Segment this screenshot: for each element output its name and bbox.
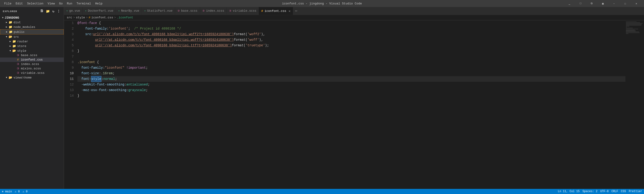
index-scss-label: index.scss: [21, 62, 39, 66]
ln-13: 13: [64, 87, 74, 93]
sidebar-actions: 🖺 📁 ↻ ⋮: [40, 9, 61, 14]
base-scss-spacer: [12, 54, 16, 57]
sidebar-item-dist[interactable]: ► 📁 dist: [0, 20, 64, 25]
sidebar-item-router[interactable]: ► 📁 router: [0, 39, 64, 44]
new-file-icon[interactable]: 🖺: [40, 9, 44, 14]
new-folder-icon[interactable]: 📁: [45, 9, 50, 14]
sidebar-item-public[interactable]: ► 📁 public: [0, 29, 64, 35]
token-src: src: [85, 32, 91, 37]
status-branch[interactable]: ⎈ main: [2, 190, 12, 193]
sidebar-item-views-home[interactable]: ▼ 📂 views\home: [0, 75, 64, 80]
breadcrumb-src[interactable]: src: [67, 16, 72, 19]
collapse-icon[interactable]: ⋮: [56, 9, 61, 14]
menu-edit[interactable]: Edit: [14, 2, 25, 6]
iconfont-css-tab-icon: #: [261, 9, 263, 13]
tab-ge-vue[interactable]: ▪ ge.vue: [64, 7, 82, 15]
editor-content[interactable]: 1 2 3 4 5 6 7 8 9 10 11 12 13 14 @font-f…: [64, 20, 644, 189]
sidebar-item-base-scss[interactable]: ③ base.scss: [0, 53, 64, 58]
sidebar-item-node-modules[interactable]: ► 📁 node_modules: [0, 25, 64, 29]
token-close-brace-6: }: [78, 48, 79, 54]
status-spaces[interactable]: Spaces: 2: [582, 190, 598, 193]
tab-dockerpart-vue[interactable]: ▪ DockerPart.vue: [82, 7, 116, 15]
menu-go[interactable]: Go: [57, 2, 65, 6]
code-editor[interactable]: @font-face { font-family : 'iconfont' ; …: [76, 20, 626, 189]
breadcrumb-style[interactable]: style: [76, 16, 85, 19]
mixins-scss-icon: ③: [16, 67, 20, 70]
staticpart-tab-label: StaticPart.vue: [147, 9, 172, 13]
views-home-folder-icon: 📂: [8, 76, 12, 79]
token-url-woff2: url('//at.alicdn.com/t/c/font_4098168_b3…: [93, 32, 234, 37]
minimize-button[interactable]: ⎯: [564, 0, 575, 7]
status-cursor[interactable]: Ln 11, Col 15: [558, 190, 580, 193]
layout-button[interactable]: ▦: [598, 0, 608, 7]
store-label: store: [17, 45, 26, 48]
tab-viriable-scss[interactable]: ③ viriable.scss: [227, 7, 259, 15]
token-colon-12: :: [124, 82, 126, 87]
close-button[interactable]: ✕: [631, 0, 642, 7]
status-warnings[interactable]: ⚠ 0: [22, 190, 28, 193]
index-scss-spacer: [12, 63, 16, 65]
status-language[interactable]: CSS: [621, 190, 626, 193]
menu-selection[interactable]: Selection: [25, 2, 45, 6]
mini-line-6: [626, 26, 629, 27]
ln-11: 11: [64, 76, 74, 82]
tab-nearby-vue[interactable]: ▪ NearBy.vue: [116, 7, 142, 15]
code-line-2: font-family : 'iconfont' ; /* Project id…: [78, 26, 626, 32]
refresh-icon[interactable]: ↻: [52, 9, 55, 14]
token-font-family-9: font-family: [82, 65, 103, 71]
maximize-win-button[interactable]: ☐: [620, 0, 630, 7]
tabs-overflow-button[interactable]: ⋯: [293, 7, 299, 15]
sidebar-item-viriable-scss[interactable]: ③ viriable.scss: [0, 71, 64, 75]
code-line-7: [78, 54, 626, 59]
tab-base-scss[interactable]: ③ base.scss: [175, 7, 200, 15]
menu-view[interactable]: View: [46, 2, 57, 6]
status-bar: ⎈ main ⚠ 0 ⚠ 0 Ln 11, Col 15 Spaces: 2 U…: [0, 189, 644, 194]
token-url-woff: url('//at.alicdn.com/t/c/font_4098168_b3…: [95, 37, 234, 43]
breadcrumb-file[interactable]: iconfont.css: [92, 16, 113, 19]
tab-iconfont-css[interactable]: # iconfont.css ✕: [259, 7, 293, 15]
sidebar-item-src[interactable]: ▼ 📂 src: [0, 35, 64, 39]
iconfont-css-close-icon[interactable]: ✕: [289, 9, 290, 13]
token-colon-3: :: [91, 32, 93, 37]
menu-help[interactable]: Help: [93, 2, 104, 6]
breadcrumb-sep3: >: [114, 16, 116, 19]
status-right: Ln 11, Col 15 Spaces: 2 UTF-8 CRLF CSS P…: [558, 190, 642, 193]
tree-root-jingdong[interactable]: ▼ JINGDONG: [0, 16, 64, 20]
menu-file[interactable]: File: [2, 2, 13, 6]
ln-6: 6: [64, 48, 74, 54]
sidebar-item-style[interactable]: ▼ 📂 style: [0, 49, 64, 53]
token-format-4: format(: [234, 37, 248, 43]
ln-14: 14: [64, 93, 74, 99]
sidebar-item-iconfont-css[interactable]: # iconfont.css: [0, 58, 64, 62]
sidebar-item-index-scss[interactable]: ③ index.scss: [0, 62, 64, 66]
sidebar-item-store[interactable]: ► 📁 store: [0, 44, 64, 49]
breadcrumb-selector[interactable]: .iconfont: [117, 16, 133, 19]
ln-12: 12: [64, 82, 74, 87]
tab-index-scss[interactable]: ③ index.scss: [200, 7, 227, 15]
root-chevron-icon: ▼: [1, 17, 5, 19]
code-line-6: }: [78, 48, 626, 54]
restore-button[interactable]: ⧉: [586, 0, 597, 7]
menu-terminal[interactable]: Terminal: [75, 2, 93, 6]
maximize-button[interactable]: □: [575, 0, 586, 7]
status-eol[interactable]: CRLF: [612, 190, 618, 193]
mini-line-2: [626, 22, 640, 23]
sidebar-item-mixins-scss[interactable]: ③ mixins.scss: [0, 66, 64, 71]
token-style-highlighted: style: [91, 76, 102, 82]
iconfont-css-label: iconfont.css: [21, 58, 43, 62]
dockerpart-tab-label: DockerPart.vue: [88, 9, 113, 13]
menu-run[interactable]: Run: [65, 2, 74, 6]
minimap-content: [626, 20, 644, 35]
minimize-win-button[interactable]: –: [609, 0, 619, 7]
status-left: ⎈ main ⚠ 0 ⚠ 0: [2, 190, 28, 193]
token-semi-13: ;: [146, 87, 148, 93]
status-errors[interactable]: ⚠ 0: [15, 190, 20, 193]
mixins-scss-label: mixins.scss: [21, 67, 41, 70]
token-truetype: 'truetype': [246, 43, 265, 48]
status-encoding[interactable]: UTF-8: [600, 190, 609, 193]
status-formatter[interactable]: Prettier: [629, 190, 642, 193]
sidebar-header: EXPLORER 🖺 📁 ↻ ⋮: [0, 7, 64, 16]
tab-staticpart-vue[interactable]: ▪ StaticPart.vue: [142, 7, 175, 15]
mini-line-4: [626, 24, 642, 25]
token-colon-13: :: [126, 87, 128, 93]
